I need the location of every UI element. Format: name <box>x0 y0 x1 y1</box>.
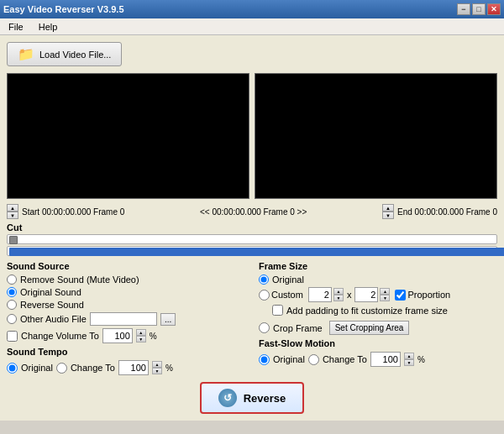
frame-custom-radio[interactable] <box>259 290 270 301</box>
file-menu[interactable]: File <box>5 20 27 34</box>
close-button[interactable]: ✕ <box>487 3 501 15</box>
frame-h-up-btn[interactable]: ▲ <box>380 288 390 295</box>
frame-size-title: Frame Size <box>259 261 497 271</box>
end-up-btn[interactable]: ▲ <box>382 204 394 212</box>
motion-percent: % <box>417 355 425 364</box>
load-video-button[interactable]: 📁 Load Video File... <box>7 42 122 66</box>
frame-h-down-btn[interactable]: ▼ <box>380 295 390 301</box>
original-sound-label: Original Sound <box>20 287 81 297</box>
tempo-input[interactable] <box>118 360 149 375</box>
end-spinner[interactable]: ▲ ▼ <box>382 204 394 219</box>
remove-sound-label: Remove Sound (Mute Video) <box>20 275 139 285</box>
other-audio-row: Other Audio File ... <box>7 312 245 326</box>
reverse-sound-radio[interactable] <box>7 300 17 310</box>
sound-tempo-row: Original Change To ▲ ▼ % <box>7 360 245 375</box>
change-volume-row: Change Volume To ▲ ▼ % <box>7 328 245 343</box>
motion-up-btn[interactable]: ▲ <box>404 353 414 359</box>
cut-progress-fill <box>9 248 504 256</box>
proportion-label: Proportion <box>407 290 450 300</box>
title-bar: Easy Video Reverser V3.9.5 − □ ✕ <box>0 0 504 18</box>
volume-down-btn[interactable]: ▼ <box>136 336 146 342</box>
frame-size-group: Original Custom ▲ ▼ x ▲ ▼ <box>259 275 497 335</box>
change-volume-checkbox[interactable] <box>7 331 18 342</box>
crop-frame-label: Crop Frame <box>273 323 323 333</box>
frame-original-row: Original <box>259 275 497 285</box>
frame-original-label: Original <box>272 275 304 285</box>
frame-w-down-btn[interactable]: ▼ <box>333 295 344 301</box>
start-down-btn[interactable]: ▼ <box>7 212 18 219</box>
start-time-label: Start 00:00:00.000 Frame 0 <box>22 207 124 217</box>
load-button-label: Load Video File... <box>39 50 111 60</box>
volume-input[interactable] <box>102 328 133 343</box>
motion-original-radio[interactable] <box>259 354 270 365</box>
start-up-btn[interactable]: ▲ <box>7 204 18 212</box>
maximize-button[interactable]: □ <box>472 3 486 15</box>
original-sound-radio[interactable] <box>7 287 17 297</box>
frame-width-spinner[interactable]: ▲ ▼ <box>333 288 344 301</box>
reverse-sound-label: Reverse Sound <box>20 300 84 310</box>
left-panel: Sound Source Remove Sound (Mute Video) O… <box>7 261 245 375</box>
add-padding-checkbox[interactable] <box>272 305 283 316</box>
frame-height-input[interactable] <box>354 287 378 302</box>
end-time-label: End 00:00:00.000 Frame 0 <box>397 207 497 217</box>
output-video-panel <box>255 73 497 199</box>
remove-sound-radio[interactable] <box>7 275 17 285</box>
reverse-button[interactable]: ↺ Reverse <box>200 382 305 414</box>
minimize-button[interactable]: − <box>457 3 470 15</box>
motion-down-btn[interactable]: ▼ <box>404 359 414 366</box>
reverse-button-container: ↺ Reverse <box>7 382 497 414</box>
motion-change-radio[interactable] <box>308 354 319 365</box>
motion-spinner[interactable]: ▲ ▼ <box>404 353 414 366</box>
bottom-section: Sound Source Remove Sound (Mute Video) O… <box>7 261 497 375</box>
tempo-spinner[interactable]: ▲ ▼ <box>152 361 162 374</box>
reverse-sound-row: Reverse Sound <box>7 300 245 310</box>
reverse-button-label: Reverse <box>244 392 286 405</box>
frame-height-spinner[interactable]: ▲ ▼ <box>380 288 390 301</box>
sound-tempo-title: Sound Tempo <box>7 347 245 357</box>
browse-button[interactable]: ... <box>160 313 176 326</box>
volume-up-btn[interactable]: ▲ <box>136 329 146 336</box>
reverse-icon: ↺ <box>218 389 237 407</box>
tempo-percent: % <box>165 363 173 373</box>
help-menu[interactable]: Help <box>35 20 61 34</box>
frame-w-up-btn[interactable]: ▲ <box>333 288 344 295</box>
timeline-controls: ▲ ▼ Start 00:00:00.000 Frame 0 << 00:00:… <box>7 204 497 219</box>
volume-spinner[interactable]: ▲ ▼ <box>136 329 146 342</box>
other-audio-radio[interactable] <box>7 314 17 324</box>
cut-label: Cut <box>7 222 497 233</box>
sound-source-group: Remove Sound (Mute Video) Original Sound… <box>7 275 245 343</box>
other-audio-file-input[interactable] <box>90 312 157 326</box>
crop-frame-radio[interactable] <box>259 322 270 333</box>
original-sound-row: Original Sound <box>7 287 245 297</box>
end-down-btn[interactable]: ▼ <box>382 212 394 219</box>
cut-slider-thumb[interactable] <box>9 236 18 244</box>
other-audio-label: Other Audio File <box>20 314 87 324</box>
frame-x-label: x <box>347 290 352 300</box>
window-controls: − □ ✕ <box>457 3 501 15</box>
video-panels <box>7 73 497 199</box>
start-spinner[interactable]: ▲ ▼ <box>7 204 18 219</box>
motion-original-label: Original <box>273 354 305 364</box>
right-panel: Frame Size Original Custom ▲ ▼ x <box>259 261 497 375</box>
set-cropping-button[interactable]: Set Cropping Area <box>329 321 410 335</box>
add-padding-row: Add padding to fit customize frame size <box>272 305 497 316</box>
tempo-change-label: Change To <box>71 363 115 373</box>
frame-original-radio[interactable] <box>259 275 269 285</box>
tempo-down-btn[interactable]: ▼ <box>152 368 162 374</box>
tempo-change-radio[interactable] <box>56 363 67 374</box>
tempo-original-radio[interactable] <box>7 363 18 374</box>
main-content: 📁 Load Video File... ▲ ▼ Start 00:00:00.… <box>0 35 504 421</box>
tempo-up-btn[interactable]: ▲ <box>152 361 162 368</box>
frame-width-input[interactable] <box>308 287 332 302</box>
proportion-checkbox[interactable] <box>395 290 406 301</box>
sound-source-title: Sound Source <box>7 261 245 271</box>
cut-slider-track[interactable] <box>7 234 497 244</box>
add-padding-label: Add padding to fit customize frame size <box>286 306 448 316</box>
remove-sound-row: Remove Sound (Mute Video) <box>7 275 245 285</box>
volume-percent: % <box>150 332 157 341</box>
window-title: Easy Video Reverser V3.9.5 <box>3 4 124 14</box>
motion-input[interactable] <box>370 352 401 367</box>
menu-bar: File Help <box>0 18 504 35</box>
cut-progress-track[interactable] <box>7 246 497 256</box>
frame-custom-row: Custom ▲ ▼ x ▲ ▼ Proportion <box>259 287 497 302</box>
